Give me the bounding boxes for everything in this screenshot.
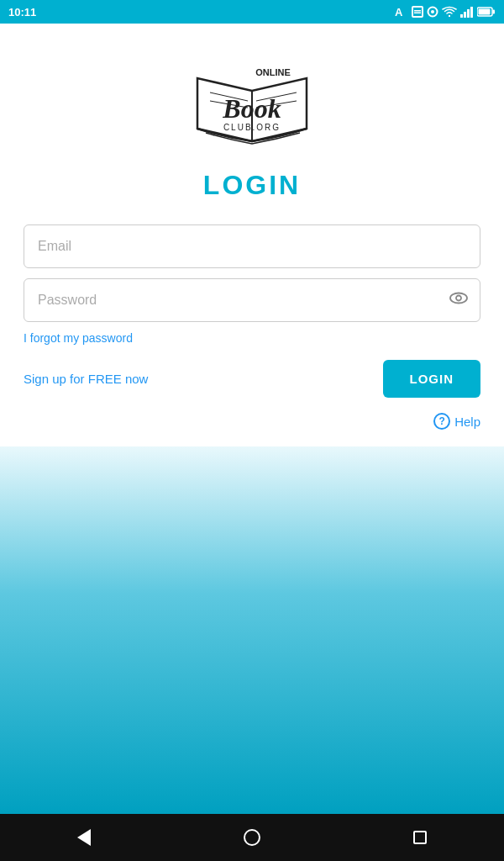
svg-point-20	[450, 293, 467, 304]
gradient-background	[0, 446, 504, 814]
help-row: ? Help	[24, 413, 480, 430]
svg-rect-3	[414, 13, 421, 14]
login-button[interactable]: LOGIN	[383, 360, 481, 398]
signup-link[interactable]: Sign up for FREE now	[24, 372, 148, 386]
notification-a-icon: A	[395, 6, 408, 18]
signal-icon	[460, 6, 474, 18]
notification-b-icon	[412, 6, 423, 18]
home-circle-icon	[244, 829, 260, 846]
nav-recents-button[interactable]	[410, 827, 430, 848]
password-input[interactable]	[24, 278, 480, 322]
svg-rect-12	[479, 9, 491, 15]
battery-icon	[477, 7, 496, 17]
main-content: ONLINE Book CLUB.ORG LOGIN I f	[0, 24, 504, 446]
forgot-password-link[interactable]: I forgot my password	[24, 331, 133, 345]
svg-rect-7	[464, 12, 466, 18]
svg-text:Book: Book	[222, 93, 281, 124]
svg-text:CLUB.ORG: CLUB.ORG	[223, 123, 281, 132]
logo-container: ONLINE Book CLUB.ORG	[172, 57, 332, 153]
svg-text:A: A	[395, 6, 403, 18]
login-title: LOGIN	[203, 170, 301, 201]
status-icons: A	[395, 6, 496, 18]
bottom-row: Sign up for FREE now LOGIN	[24, 360, 480, 398]
help-link[interactable]: ? Help	[433, 413, 480, 430]
svg-rect-8	[467, 9, 470, 18]
circle-icon	[427, 6, 438, 18]
svg-rect-2	[414, 10, 421, 12]
login-form: I forgot my password Sign up for FREE no…	[24, 224, 480, 430]
eye-icon[interactable]	[449, 291, 469, 310]
svg-rect-1	[412, 7, 423, 17]
password-wrapper	[24, 278, 480, 322]
svg-point-21	[456, 296, 461, 301]
svg-text:ONLINE: ONLINE	[255, 67, 291, 77]
svg-rect-9	[470, 7, 473, 18]
nav-back-button[interactable]	[74, 827, 94, 848]
app-logo: ONLINE Book CLUB.ORG	[172, 57, 332, 150]
svg-rect-11	[493, 10, 496, 14]
svg-point-5	[431, 10, 434, 13]
wifi-icon	[442, 6, 457, 18]
email-input[interactable]	[24, 224, 480, 268]
status-bar: 10:11 A	[0, 0, 504, 24]
svg-rect-6	[460, 14, 463, 18]
help-text: Help	[454, 415, 480, 429]
android-nav-bar	[0, 814, 504, 861]
recents-square-icon	[413, 831, 427, 844]
back-arrow-icon	[77, 829, 91, 846]
nav-home-button[interactable]	[242, 827, 262, 848]
status-time: 10:11	[8, 6, 36, 18]
help-circle-icon: ?	[433, 413, 450, 430]
